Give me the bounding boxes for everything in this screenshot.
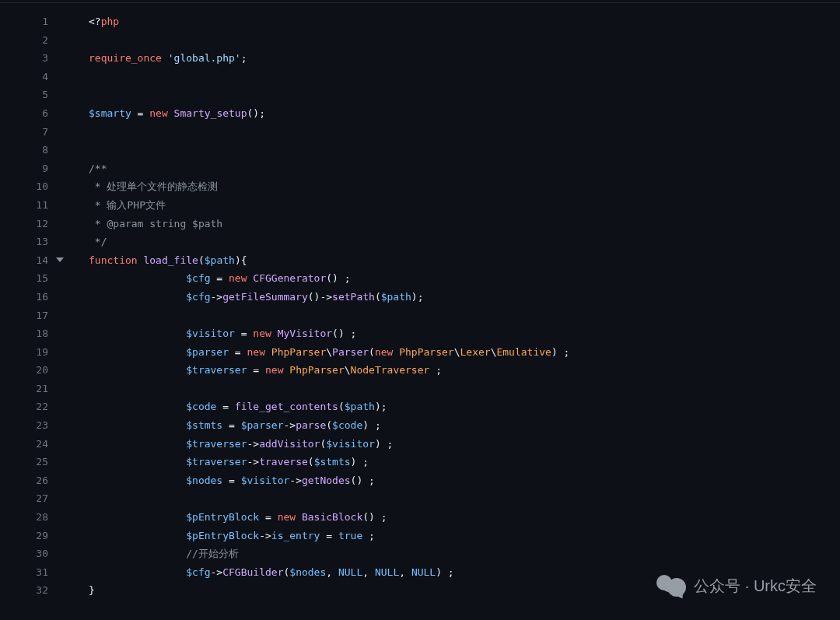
code-line[interactable] bbox=[89, 380, 840, 398]
code-line[interactable]: $smarty = new Smarty_setup(); bbox=[89, 104, 840, 123]
code-line[interactable]: require_once 'global.php'; bbox=[89, 49, 840, 68]
code-line[interactable]: $stmts = $parser->parse($code) ; bbox=[89, 416, 840, 435]
line-number: 24 bbox=[0, 435, 65, 454]
code-line[interactable] bbox=[89, 489, 840, 508]
code-line[interactable]: <?php bbox=[89, 12, 840, 31]
code-line[interactable]: $traverser->addVisitor($visitor) ; bbox=[89, 435, 840, 454]
code-line[interactable] bbox=[89, 306, 840, 325]
line-number: 11 bbox=[0, 196, 65, 215]
line-number: 15 bbox=[0, 269, 65, 288]
watermark: 公众号 · Urkc安全 bbox=[656, 575, 817, 597]
line-number: 14 bbox=[0, 251, 65, 270]
line-number: 13 bbox=[0, 233, 65, 251]
code-line[interactable] bbox=[89, 31, 840, 50]
line-number-gutter: 1234567891011121314151617181920212223242… bbox=[0, 12, 65, 600]
line-number: 4 bbox=[0, 68, 65, 86]
line-number: 7 bbox=[0, 123, 65, 142]
line-number: 29 bbox=[0, 527, 65, 545]
line-number: 12 bbox=[0, 215, 65, 233]
line-number: 2 bbox=[0, 31, 65, 50]
code-line[interactable]: function load_file($path){ bbox=[89, 251, 840, 270]
line-number: 32 bbox=[0, 581, 65, 600]
line-number: 10 bbox=[0, 177, 65, 196]
code-content[interactable]: <?phprequire_once 'global.php';$smarty =… bbox=[65, 12, 840, 600]
watermark-text: 公众号 · Urkc安全 bbox=[694, 576, 817, 597]
line-number: 20 bbox=[0, 361, 65, 380]
code-line[interactable]: $traverser = new PhpParser\NodeTraverser… bbox=[89, 361, 840, 380]
code-line[interactable] bbox=[89, 123, 840, 142]
line-number: 19 bbox=[0, 343, 65, 362]
line-number: 28 bbox=[0, 508, 65, 527]
code-line[interactable]: /** bbox=[89, 159, 840, 178]
code-line[interactable] bbox=[89, 68, 840, 86]
line-number: 30 bbox=[0, 545, 65, 563]
line-number: 22 bbox=[0, 398, 65, 416]
line-number: 26 bbox=[0, 471, 65, 490]
code-line[interactable]: $cfg->getFileSummary()->setPath($path); bbox=[89, 288, 840, 306]
line-number: 17 bbox=[0, 306, 65, 325]
code-editor: 1234567891011121314151617181920212223242… bbox=[0, 3, 840, 600]
code-line[interactable]: $visitor = new MyVisitor() ; bbox=[89, 324, 840, 343]
line-number: 18 bbox=[0, 324, 65, 343]
line-number: 9 bbox=[0, 159, 65, 178]
line-number: 25 bbox=[0, 453, 65, 471]
code-line[interactable]: $nodes = $visitor->getNodes() ; bbox=[89, 471, 840, 490]
code-line[interactable]: $traverser->traverse($stmts) ; bbox=[89, 453, 840, 471]
code-line[interactable] bbox=[89, 141, 840, 159]
code-line[interactable]: * 输入PHP文件 bbox=[89, 196, 840, 215]
code-line[interactable]: $parser = new PhpParser\Parser(new PhpPa… bbox=[89, 343, 840, 362]
line-number: 6 bbox=[0, 104, 65, 123]
line-number: 31 bbox=[0, 563, 65, 582]
code-line[interactable]: $pEntryBlock->is_entry = true ; bbox=[89, 527, 840, 545]
wechat-icon bbox=[656, 575, 686, 597]
code-line[interactable] bbox=[89, 86, 840, 104]
line-number: 23 bbox=[0, 416, 65, 435]
line-number: 5 bbox=[0, 86, 65, 104]
line-number: 8 bbox=[0, 141, 65, 159]
code-line[interactable]: */ bbox=[89, 233, 840, 251]
line-number: 16 bbox=[0, 288, 65, 306]
line-number: 3 bbox=[0, 49, 65, 68]
code-line[interactable]: * @param string $path bbox=[89, 215, 840, 233]
code-line[interactable]: * 处理单个文件的静态检测 bbox=[89, 177, 840, 196]
code-line[interactable]: $pEntryBlock = new BasicBlock() ; bbox=[89, 508, 840, 527]
code-line[interactable]: $code = file_get_contents($path); bbox=[89, 398, 840, 416]
line-number: 21 bbox=[0, 380, 65, 398]
code-line[interactable]: $cfg = new CFGGenerator() ; bbox=[89, 269, 840, 288]
line-number: 1 bbox=[0, 12, 65, 31]
code-line[interactable]: //开始分析 bbox=[89, 545, 840, 563]
line-number: 27 bbox=[0, 489, 65, 508]
